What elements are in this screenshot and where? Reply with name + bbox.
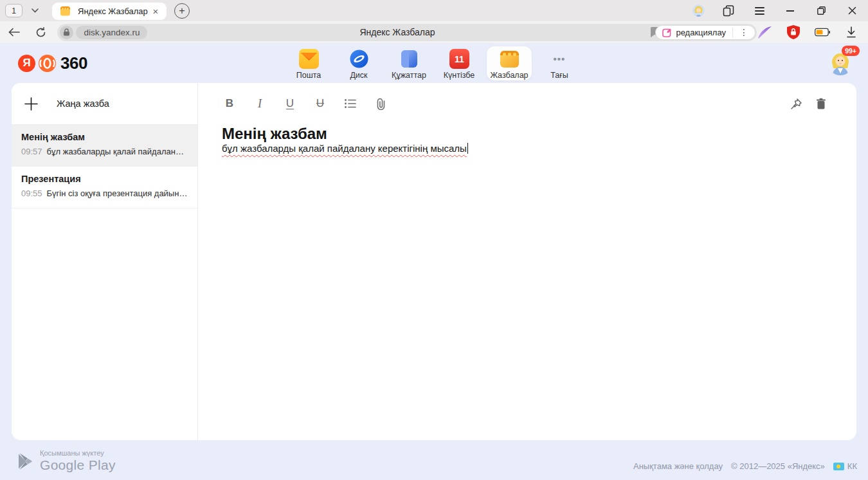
note-time: 09:57 [21,147,42,156]
browser-tab-bar: 1 Яндекс Жазбалар × + [0,0,868,21]
notes-icon [500,49,520,69]
new-tab-button[interactable]: + [174,3,190,19]
address-page-title: Яндекс Жазбалар [359,24,435,41]
attach-button[interactable] [373,96,388,111]
help-link[interactable]: Анықтама және қолдау [633,461,723,471]
feather-extension-icon[interactable] [757,24,772,40]
app-item-documents[interactable]: Құжаттар [386,46,431,80]
back-icon[interactable] [5,23,23,41]
delete-button[interactable] [813,96,829,111]
app-label: Күнтізбе [444,71,475,80]
note-preview: бұл жазбаларды қалай пайдалану ке… [47,147,188,156]
page-footer: Қосымшаны жүктеу Google Play Анықтама жә… [0,440,868,480]
tab-close-icon[interactable]: × [150,5,161,17]
note-time: 09:55 [21,189,42,198]
bold-button[interactable]: B [222,96,237,111]
yandex-360-logo[interactable]: Я 360 [18,53,87,73]
adblock-shield-icon[interactable] [786,24,801,40]
app-item-more[interactable]: ••• Тағы [537,46,582,80]
refresh-icon[interactable] [32,23,50,41]
360-logo-text: 360 [60,53,87,73]
note-editor-title[interactable]: Менің жазбам [222,125,829,143]
copyright-text: © 2012—2025 «Яндекс» [731,461,825,471]
language-code: КК [847,461,857,471]
browser-window: 1 Яндекс Жазбалар × + [0,0,868,480]
note-preview: Бүгін сіз оқуға презентация дайында… [47,189,188,198]
address-bar[interactable]: disk.yandex.ru Яндекс Жазбалар редакциял… [57,24,757,41]
app-label: Диск [350,71,367,80]
maximize-icon[interactable] [814,4,828,18]
apps-row: Пошта Диск Құжаттар 11 [286,46,582,80]
360-mark-icon [39,55,56,72]
svg-text:11: 11 [455,54,464,64]
calendar-icon: 11 [449,49,469,69]
download-icon[interactable] [844,24,859,40]
note-list-item[interactable]: Презентация 09:55 Бүгін сіз оқуға презен… [12,167,197,208]
kebab-menu-icon[interactable]: ⋮ [732,28,755,37]
browser-profile-avatar[interactable] [692,5,705,17]
paperclip-icon [375,98,386,110]
side-panels-icon[interactable] [721,4,736,18]
google-play-label: Google Play [40,457,116,473]
pin-button[interactable] [788,96,804,111]
close-icon[interactable] [845,4,859,18]
language-switcher[interactable]: КК [833,461,857,471]
tab-counter-badge[interactable]: 1 [5,4,23,17]
plus-icon [24,97,38,111]
chevron-down-icon[interactable] [28,4,42,18]
new-note-button[interactable]: Жаңа жазба [12,83,197,125]
notes-app-card: Жаңа жазба Менің жазбам 09:57 бұл жазбал… [12,83,856,440]
google-play-icon [18,453,33,470]
app-label: Тағы [550,71,568,80]
new-note-label: Жаңа жазба [57,98,109,109]
google-play-badge[interactable]: Қосымшаны жүктеу Google Play [18,449,116,473]
text-cursor [467,143,469,154]
editor-toolbar: B I U U [222,91,829,116]
note-list-item[interactable]: Менің жазбам 09:57 бұл жазбаларды қалай … [12,125,197,167]
note-title: Презентация [21,174,188,184]
notification-badge: 99+ [842,46,860,56]
list-icon [345,99,356,108]
disk-icon [349,49,369,69]
more-dots-icon: ••• [550,49,570,69]
edit-button-label: редакциялау [676,28,726,37]
underline-button[interactable]: U [282,96,298,111]
battery-icon[interactable] [815,24,830,40]
yandex-360-page: Я 360 Пошта Диск [0,43,868,480]
mail-icon [299,49,319,69]
app-item-mail[interactable]: Пошта [286,46,331,80]
italic-button[interactable]: I [252,96,267,111]
edit-icon [662,28,672,37]
strikethrough-button[interactable]: U [312,96,328,111]
trash-icon [816,98,826,109]
bullet-list-button[interactable] [343,96,358,111]
yandex-360-header: Я 360 Пошта Диск [0,43,868,83]
google-play-caption: Қосымшаны жүктеу [40,449,116,457]
note-title: Менің жазбам [21,132,188,142]
edit-mode-button[interactable]: редакциялау ⋮ [655,25,755,40]
yandex-logo-icon: Я [18,55,35,72]
menu-icon[interactable] [752,4,766,18]
kazakhstan-flag-icon [833,463,844,470]
documents-icon [399,49,419,69]
browser-tab-active[interactable]: Яндекс Жазбалар × [52,3,167,20]
app-label: Жазбалар [490,71,528,80]
pin-icon [790,98,802,110]
app-item-calendar[interactable]: 11 Күнтізбе [437,46,482,80]
notes-favicon-icon [60,6,71,17]
browser-toolbar: disk.yandex.ru Яндекс Жазбалар редакциял… [0,21,868,43]
note-editor-body[interactable]: бұл жазбаларды қалай пайдалану керектігі… [222,143,467,154]
app-label: Құжаттар [392,71,426,80]
note-editor[interactable]: B I U U [198,83,856,440]
minimize-icon[interactable] [783,4,797,18]
notes-sidebar: Жаңа жазба Менің жазбам 09:57 бұл жазбал… [12,83,198,440]
tab-title: Яндекс Жазбалар [78,6,150,16]
app-item-notes-active[interactable]: Жазбалар [487,46,532,80]
app-item-disk[interactable]: Диск [336,46,381,80]
profile-button[interactable]: 99+ [827,48,854,75]
lock-icon[interactable] [60,26,73,39]
app-label: Пошта [296,71,321,80]
domain-chip[interactable]: disk.yandex.ru [76,26,147,39]
